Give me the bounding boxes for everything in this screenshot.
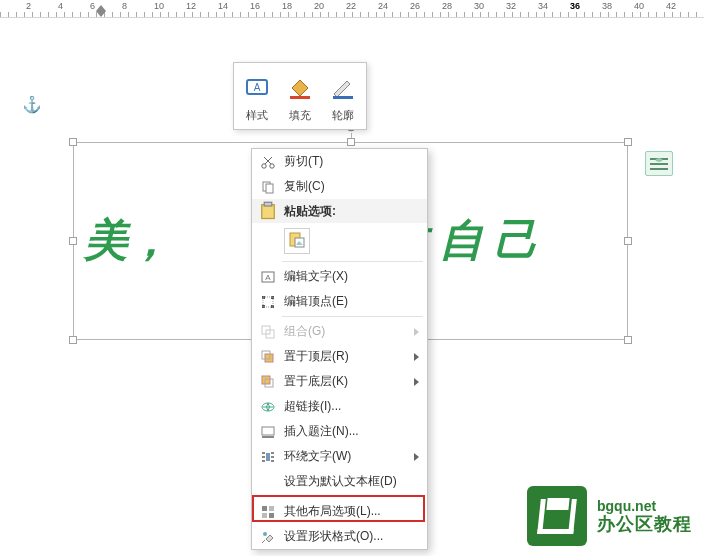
fill-button[interactable]: 填充	[279, 67, 322, 125]
outline-label: 轮廓	[332, 108, 354, 123]
ruler-mark: 40	[634, 1, 644, 11]
paste-option-picture[interactable]	[284, 228, 310, 254]
ruler-mark: 14	[218, 1, 228, 11]
ruler-mark: 16	[250, 1, 260, 11]
outline-button[interactable]: 轮廓	[321, 67, 364, 125]
menu-paste-header-label: 粘贴选项:	[284, 203, 336, 220]
menu-default-textbox[interactable]: 设置为默认文本框(D)	[252, 469, 427, 494]
svg-rect-1	[650, 163, 668, 165]
paste-picture-icon	[288, 231, 306, 252]
svg-rect-39	[262, 513, 267, 518]
svg-rect-28	[262, 427, 274, 435]
blank-icon	[258, 473, 278, 491]
menu-paste-options-row	[252, 223, 427, 259]
menu-separator	[282, 316, 423, 317]
svg-rect-38	[269, 506, 274, 511]
svg-point-8	[270, 163, 274, 167]
style-button[interactable]: A 样式	[236, 67, 279, 125]
ruler-mark: 20	[314, 1, 324, 11]
svg-text:A: A	[265, 273, 271, 282]
format-shape-icon	[258, 528, 278, 546]
resize-handle-ml[interactable]	[69, 237, 77, 245]
svg-rect-23	[265, 354, 273, 362]
ruler-mark: 36	[570, 1, 580, 11]
menu-send-back[interactable]: 置于底层(K)	[252, 369, 427, 394]
resize-handle-tr[interactable]	[624, 138, 632, 146]
style-icon: A	[243, 74, 271, 104]
svg-rect-10	[266, 184, 273, 193]
more-layout-icon	[258, 503, 278, 521]
caption-icon	[258, 423, 278, 441]
layout-options-button[interactable]	[645, 151, 673, 176]
ruler-mark: 38	[602, 1, 612, 11]
anchor-icon: ⚓	[22, 95, 42, 114]
svg-rect-29	[262, 436, 274, 438]
menu-copy[interactable]: 复制(C)	[252, 174, 427, 199]
menu-wrap-text[interactable]: 环绕文字(W)	[252, 444, 427, 469]
mini-toolbar: A 样式 填充 轮廓	[233, 62, 367, 130]
menu-format-shape[interactable]: 设置形状格式(O)...	[252, 524, 427, 549]
brand-watermark: bgqu.net 办公区教程	[527, 486, 692, 546]
svg-rect-33	[271, 452, 274, 454]
menu-separator	[282, 261, 423, 262]
menu-edit-text[interactable]: A 编辑文字(X)	[252, 264, 427, 289]
svg-rect-40	[269, 513, 274, 518]
svg-rect-36	[266, 453, 270, 461]
menu-insert-caption[interactable]: 插入题注(N)...	[252, 419, 427, 444]
context-menu: 剪切(T) 复制(C) 粘贴选项: A 编辑文字(X) 编辑顶点(E) 组合(G…	[251, 148, 428, 550]
ruler-mark: 28	[442, 1, 452, 11]
menu-send-back-label: 置于底层(K)	[284, 373, 414, 390]
edit-text-icon: A	[258, 268, 278, 286]
resize-handle-br[interactable]	[624, 336, 632, 344]
menu-insert-caption-label: 插入题注(N)...	[284, 423, 419, 440]
svg-rect-6	[333, 96, 353, 99]
menu-wrap-text-label: 环绕文字(W)	[284, 448, 414, 465]
menu-hyperlink-label: 超链接(I)...	[284, 398, 419, 415]
menu-group-label: 组合(G)	[284, 323, 414, 340]
submenu-arrow-icon	[414, 378, 419, 386]
edit-points-icon	[258, 293, 278, 311]
menu-cut[interactable]: 剪切(T)	[252, 149, 427, 174]
brand-logo-icon	[527, 486, 587, 546]
ruler-mark: 4	[58, 1, 63, 11]
ruler-mark: 12	[186, 1, 196, 11]
menu-hyperlink[interactable]: 超链接(I)...	[252, 394, 427, 419]
svg-rect-37	[262, 506, 267, 511]
resize-handle-mr[interactable]	[624, 237, 632, 245]
resize-handle-tm[interactable]	[347, 138, 355, 146]
menu-more-layout[interactable]: 其他布局选项(L)...	[252, 499, 427, 524]
svg-rect-12	[264, 202, 272, 206]
hanging-indent-marker[interactable]	[96, 11, 106, 17]
svg-point-41	[263, 532, 267, 536]
menu-bring-front[interactable]: 置于顶层(R)	[252, 344, 427, 369]
menu-edit-points[interactable]: 编辑顶点(E)	[252, 289, 427, 314]
group-icon	[258, 323, 278, 341]
ruler-mark: 30	[474, 1, 484, 11]
svg-rect-25	[262, 376, 270, 384]
textbox-text-left: 美，	[84, 216, 172, 265]
svg-rect-34	[271, 456, 274, 458]
svg-rect-11	[262, 205, 275, 219]
ruler-mark: 24	[378, 1, 388, 11]
cut-icon	[258, 153, 278, 171]
ruler-mark: 32	[506, 1, 516, 11]
menu-default-textbox-label: 设置为默认文本框(D)	[284, 473, 419, 490]
resize-handle-tl[interactable]	[69, 138, 77, 146]
menu-format-shape-label: 设置形状格式(O)...	[284, 528, 419, 545]
wrap-text-icon	[258, 448, 278, 466]
menu-cut-label: 剪切(T)	[284, 153, 419, 170]
menu-more-layout-label: 其他布局选项(L)...	[284, 503, 419, 520]
outline-icon	[329, 74, 357, 104]
ruler-mark: 22	[346, 1, 356, 11]
ruler-mark: 6	[90, 1, 95, 11]
ruler-mark: 8	[122, 1, 127, 11]
fill-icon	[286, 74, 314, 104]
ruler-mark: 2	[26, 1, 31, 11]
submenu-arrow-icon	[414, 453, 419, 461]
brand-name: 办公区教程	[597, 514, 692, 535]
hyperlink-icon	[258, 398, 278, 416]
resize-handle-bl[interactable]	[69, 336, 77, 344]
svg-rect-35	[271, 460, 274, 462]
horizontal-ruler[interactable]: 2 4 6 8 10 12 14 16 18 20 22 24 26 28 30…	[0, 0, 704, 18]
svg-rect-30	[262, 452, 265, 454]
